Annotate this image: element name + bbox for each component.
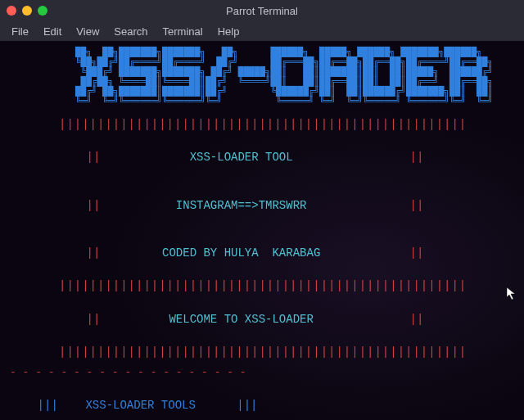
banner-separator-mid: ||||||||||||||||||||||||||||||||||||||||… xyxy=(10,278,514,293)
banner-row-4: || WELCOME TO XSS-LOADER || xyxy=(10,297,514,342)
cursor-icon xyxy=(506,287,517,307)
titlebar: Parrot Terminal xyxy=(0,0,524,21)
terminal-body[interactable]: ██╗ ██╗███████╗███████╗ ██╗ ██████╗ ████… xyxy=(0,41,524,420)
close-icon[interactable] xyxy=(7,6,16,16)
pipe-right: || xyxy=(410,246,424,260)
banner-separator-bottom: ||||||||||||||||||||||||||||||||||||||||… xyxy=(10,345,514,359)
welcome-line: WELCOME TO XSS-LOADER xyxy=(169,313,313,326)
window-controls xyxy=(7,6,47,16)
banner-row-2: || INSTAGRAM==>TMRSWRR || xyxy=(10,183,514,228)
footer-pipe-left: ||| xyxy=(38,399,58,412)
pipe-left: || xyxy=(87,199,101,212)
pipe-left: || xyxy=(87,246,101,260)
banner-row-1: || XSS-LOADER TOOL || xyxy=(10,135,514,180)
menu-terminal[interactable]: Terminal xyxy=(156,24,210,39)
menu-search[interactable]: Search xyxy=(107,24,154,39)
pipe-left: || xyxy=(87,151,101,164)
menubar: File Edit View Search Terminal Help xyxy=(0,21,524,41)
author-line: CODED BY HULYA KARABAG xyxy=(162,246,320,260)
menu-file[interactable]: File xyxy=(5,24,35,39)
footer-pipe-right: ||| xyxy=(237,399,257,412)
footer-label: XSS-LOADER TOOLS xyxy=(85,399,195,412)
menu-edit[interactable]: Edit xyxy=(37,24,68,39)
pipe-right: || xyxy=(410,151,424,164)
pipe-left: || xyxy=(87,313,101,326)
window-title: Parrot Terminal xyxy=(226,5,298,17)
tool-name: XSS-LOADER TOOL xyxy=(190,151,293,164)
maximize-icon[interactable] xyxy=(38,6,47,16)
banner-separator-top: ||||||||||||||||||||||||||||||||||||||||… xyxy=(10,117,514,132)
menu-help[interactable]: Help xyxy=(211,24,246,39)
pipe-right: || xyxy=(410,313,424,326)
footer-row: ||| XSS-LOADER TOOLS ||| xyxy=(10,383,514,420)
section-divider: - - - - - - - - - - - - - - - - - - - xyxy=(10,366,514,380)
menu-view[interactable]: View xyxy=(70,24,106,39)
ascii-logo: ██╗ ██╗███████╗███████╗ ██╗ ██████╗ ████… xyxy=(75,47,514,107)
pipe-right: || xyxy=(410,199,424,212)
banner-row-3: || CODED BY HULYA KARABAG || xyxy=(10,231,514,276)
instagram-line: INSTAGRAM==>TMRSWRR xyxy=(176,199,307,212)
minimize-icon[interactable] xyxy=(22,6,32,16)
